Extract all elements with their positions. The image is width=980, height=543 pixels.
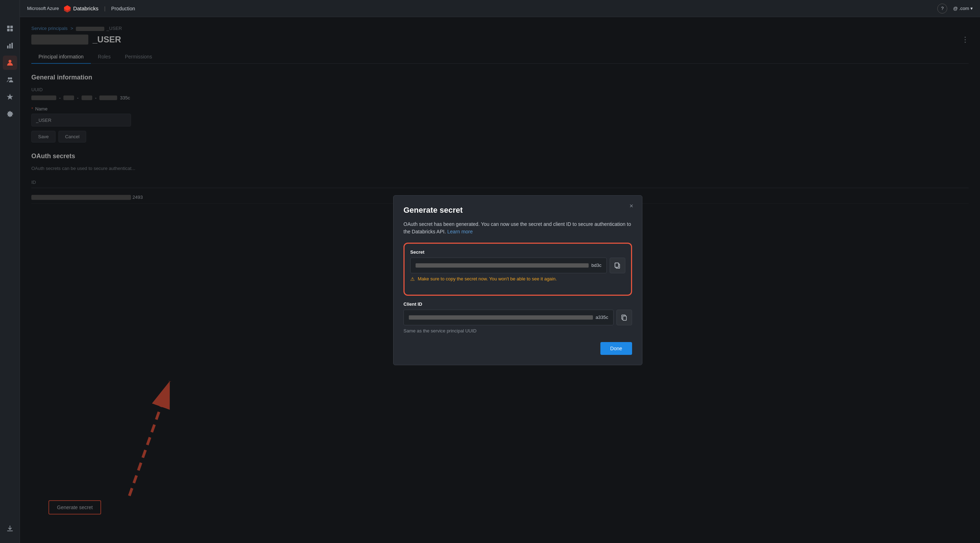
azure-label: Microsoft Azure (27, 6, 59, 11)
svg-rect-3 (10, 29, 13, 31)
svg-rect-5 (9, 44, 11, 48)
modal-title: Generate secret (404, 205, 632, 215)
learn-more-link[interactable]: Learn more (447, 229, 473, 234)
modal-close-button[interactable]: × (627, 201, 636, 211)
svg-point-8 (8, 77, 10, 80)
page-content: Service principals > _USER _USER ⋮ Princ… (20, 17, 980, 543)
secret-input-row: bd3c (410, 258, 625, 273)
sidebar-item-users[interactable] (3, 56, 17, 70)
svg-rect-0 (7, 25, 10, 28)
topbar-brand: Microsoft Azure Databricks | Production (27, 5, 135, 13)
secret-field-section: Secret bd3c (410, 249, 625, 282)
warning-icon: ⚠ (410, 276, 415, 282)
svg-point-9 (10, 77, 12, 80)
svg-rect-4 (7, 46, 8, 48)
client-id-value-suffix: a335c (596, 315, 608, 320)
svg-rect-6 (11, 43, 13, 48)
topbar-right: ? @ .com ▾ (937, 3, 973, 14)
help-button[interactable]: ? (937, 3, 947, 14)
client-id-field-section: Client ID a335c (404, 301, 632, 333)
user-email[interactable]: @ .com ▾ (953, 6, 973, 11)
sidebar-item-chart[interactable] (3, 38, 17, 53)
client-id-section-label: Client ID (404, 301, 632, 307)
modal-footer: Done (404, 342, 632, 355)
secret-redacted (415, 263, 589, 268)
client-id-input: a335c (404, 310, 614, 325)
client-id-redacted (409, 315, 593, 320)
done-button[interactable]: Done (600, 342, 632, 355)
copy-client-id-button[interactable] (616, 310, 632, 325)
main-content: Microsoft Azure Databricks | Production … (20, 0, 980, 543)
svg-point-7 (8, 60, 11, 63)
sidebar-item-settings[interactable] (3, 107, 17, 121)
workspace-label: Production (111, 6, 135, 11)
svg-rect-15 (615, 263, 619, 267)
secret-input: bd3c (410, 258, 607, 273)
databricks-logo: Databricks (64, 5, 99, 13)
secret-section-label: Secret (410, 249, 625, 255)
modal-description: OAuth secret has been generated. You can… (404, 221, 632, 236)
client-id-hint: Same as the service principal UUID (404, 328, 632, 333)
modal-overlay: Generate secret × OAuth secret has been … (20, 17, 980, 543)
topbar: Microsoft Azure Databricks | Production … (20, 0, 980, 17)
sidebar-item-features[interactable] (3, 90, 17, 104)
sidebar-item-export[interactable] (3, 522, 17, 536)
secret-value-suffix: bd3c (592, 263, 601, 268)
sidebar-item-grid[interactable] (3, 21, 17, 36)
svg-rect-1 (10, 25, 13, 28)
warning-text: ⚠ Make sure to copy the secret now. You … (410, 276, 625, 282)
svg-rect-2 (7, 29, 10, 31)
copy-secret-button[interactable] (610, 258, 625, 273)
sidebar-item-group[interactable] (3, 73, 17, 87)
generate-secret-modal: Generate secret × OAuth secret has been … (393, 195, 643, 365)
secret-highlight-section: Secret bd3c (404, 243, 632, 296)
svg-rect-17 (623, 316, 627, 320)
client-id-input-row: a335c (404, 310, 632, 325)
databricks-label: Databricks (73, 5, 99, 11)
sidebar (0, 0, 20, 543)
